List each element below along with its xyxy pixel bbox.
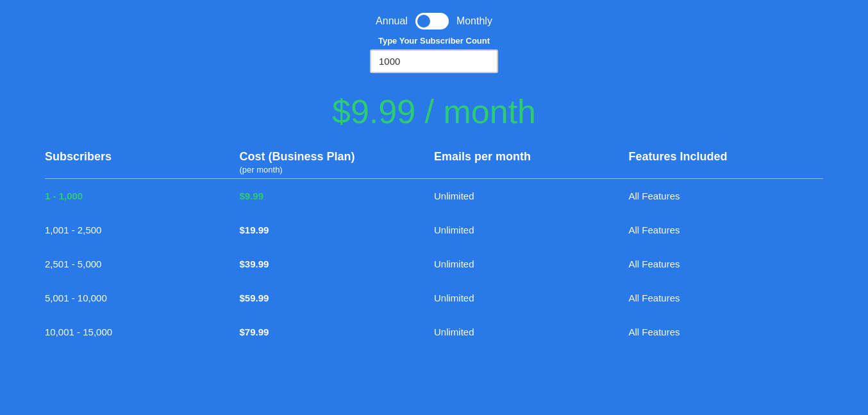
cell-features: All Features [629,191,824,201]
table-row: 1 - 1,000 $9.99 Unlimited All Features [26,179,842,213]
top-section: Annual Monthly Type Your Subscriber Coun… [0,0,868,150]
table-header: Subscribers Cost (Business Plan) (per mo… [26,150,842,174]
cell-subscribers: 1 - 1,000 [45,191,240,201]
monthly-label: Monthly [456,15,492,27]
header-features: Features Included [629,150,824,174]
cell-emails: Unlimited [434,326,629,337]
table-rows-container: 1 - 1,000 $9.99 Unlimited All Features 1… [26,179,842,349]
billing-toggle-row: Annual Monthly [376,13,492,30]
cell-cost: $19.99 [240,224,435,235]
annual-label: Annual [376,15,408,27]
cell-subscribers: 2,501 - 5,000 [45,258,240,269]
table-row: 1,001 - 2,500 $19.99 Unlimited All Featu… [26,213,842,247]
header-cost-sub: (per month) [240,165,435,174]
table-row: 5,001 - 10,000 $59.99 Unlimited All Feat… [26,281,842,315]
cell-cost: $59.99 [240,292,435,303]
cell-subscribers: 5,001 - 10,000 [45,292,240,303]
subscriber-count-input[interactable] [370,49,498,73]
cell-cost: $39.99 [240,258,435,269]
cell-features: All Features [629,258,824,269]
cell-emails: Unlimited [434,258,629,269]
subscriber-count-label: Type Your Subscriber Count [378,36,490,46]
cell-cost: $79.99 [240,326,435,337]
pricing-table: Subscribers Cost (Business Plan) (per mo… [0,150,868,349]
table-row: 2,501 - 5,000 $39.99 Unlimited All Featu… [26,247,842,281]
toggle-knob [417,15,430,28]
cell-emails: Unlimited [434,224,629,235]
cell-subscribers: 1,001 - 2,500 [45,224,240,235]
header-cost: Cost (Business Plan) (per month) [240,150,435,174]
billing-toggle[interactable] [415,13,449,30]
price-display: $9.99 / month [332,92,536,131]
cell-subscribers: 10,001 - 15,000 [45,326,240,337]
cell-features: All Features [629,326,824,337]
table-row: 10,001 - 15,000 $79.99 Unlimited All Fea… [26,315,842,349]
cell-features: All Features [629,224,824,235]
header-emails: Emails per month [434,150,629,174]
cell-cost: $9.99 [240,191,435,201]
cell-emails: Unlimited [434,292,629,303]
cell-features: All Features [629,292,824,303]
cell-emails: Unlimited [434,191,629,201]
header-subscribers: Subscribers [45,150,240,174]
